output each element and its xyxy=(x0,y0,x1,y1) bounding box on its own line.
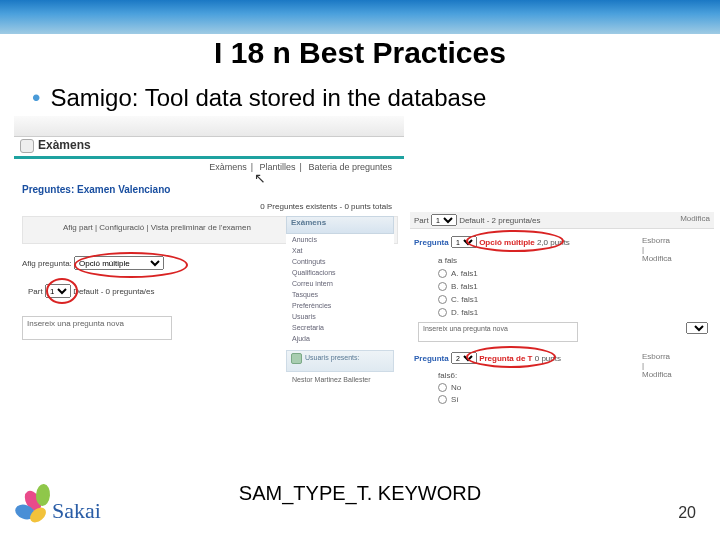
bullet-text: Samigo: Tool data stored in the database xyxy=(50,84,486,111)
part-header-bar: Part 1 Default - 2 pregunta/es Modifica xyxy=(410,212,714,229)
radio-icon xyxy=(438,282,447,291)
users-present-bar: Usuaris presents: xyxy=(286,350,394,372)
question-2-actions[interactable]: Esborra | Modifica xyxy=(642,352,672,379)
answer-option[interactable]: D. fals1 xyxy=(438,307,517,319)
radio-icon xyxy=(438,395,447,404)
bullet-dot: • xyxy=(32,84,40,111)
top-gradient-bar xyxy=(0,0,720,34)
answers-header: a fals xyxy=(438,255,517,267)
highlight-oval-3 xyxy=(466,230,564,252)
insert-question-box[interactable]: Insereix una pregunta nova xyxy=(22,316,172,340)
part-select-r[interactable]: 1 xyxy=(431,214,457,226)
radio-icon xyxy=(438,295,447,304)
menu-item[interactable]: Anuncis xyxy=(286,234,394,245)
slide-title: I 18 n Best Practices xyxy=(0,36,720,70)
page-number: 20 xyxy=(678,504,696,522)
menu-item[interactable]: Correu intern xyxy=(286,278,394,289)
radio-icon xyxy=(438,269,447,278)
menu-item[interactable]: Preferències xyxy=(286,300,394,311)
menu-item[interactable]: Usuaris xyxy=(286,311,394,322)
question-label: Pregunta xyxy=(414,238,449,247)
part-suffix-r: Default - 2 pregunta/es xyxy=(459,216,540,225)
modify-link[interactable]: Modifica xyxy=(680,214,710,223)
highlight-oval-4 xyxy=(466,346,556,368)
tab-templates[interactable]: Plantilles xyxy=(260,162,296,172)
sakai-logo: Sakai xyxy=(18,480,128,530)
tool-icon xyxy=(20,139,34,153)
tab-row: Exàmens| Plantilles| Bateria de pregunte… xyxy=(205,162,396,172)
slide: I 18 n Best Practices •Samigo: Tool data… xyxy=(0,0,720,540)
question-2-body: fals6: No Sí xyxy=(438,370,461,406)
highlight-oval-1 xyxy=(74,252,188,278)
menu-item[interactable]: Qualificacions xyxy=(286,267,394,278)
page-title: Preguntes: Examen Valenciano xyxy=(22,184,170,195)
part-suffix: Default - 0 pregunta/es xyxy=(73,287,154,296)
menu-item[interactable]: Xat xyxy=(286,245,394,256)
users-icon xyxy=(291,353,302,364)
action-links[interactable]: Afig part | Configuració | Vista prelimi… xyxy=(63,223,251,232)
radio-icon xyxy=(438,308,447,317)
insert-question-box-r[interactable]: Insereix una pregunta nova xyxy=(418,322,578,342)
answer-option[interactable]: B. fals1 xyxy=(438,281,517,293)
browser-toolbar xyxy=(14,116,404,137)
question-label: Pregunta xyxy=(414,354,449,363)
part-label-r: Part xyxy=(414,216,429,225)
menu-item[interactable]: Ajuda xyxy=(286,333,394,344)
part-label: Part xyxy=(28,287,43,296)
screenshot-area: Exàmens ↖ Exàmens| Plantilles| Bateria d… xyxy=(14,116,704,436)
q2-text-label: fals6: xyxy=(438,370,461,382)
question-1-actions[interactable]: Esborra | Modifica xyxy=(642,236,672,263)
users-present-label: Usuaris presents: xyxy=(305,354,359,361)
bullet-line: •Samigo: Tool data stored in the databas… xyxy=(32,84,700,112)
questions-summary: 0 Preguntes existents - 0 punts totals xyxy=(260,202,392,211)
answer-option[interactable]: C. fals1 xyxy=(438,294,517,306)
menu-item[interactable]: Tasques xyxy=(286,289,394,300)
q2-option[interactable]: No xyxy=(438,382,461,394)
tool-title-text: Exàmens xyxy=(38,138,91,152)
present-user-name: Nestor Martinez Ballester xyxy=(286,372,394,387)
menu-item[interactable]: Continguts xyxy=(286,256,394,267)
logo-text: Sakai xyxy=(52,498,101,524)
part-header: Part 1 Default - 2 pregunta/es xyxy=(414,214,541,226)
right-screenshot: Part 1 Default - 2 pregunta/es Modifica … xyxy=(410,212,714,442)
add-question-label: Afig pregunta: xyxy=(22,259,72,268)
mouse-cursor-icon: ↖ xyxy=(254,170,266,186)
teal-divider xyxy=(14,156,404,159)
insert-question-dropdown[interactable] xyxy=(686,322,708,334)
radio-icon xyxy=(438,383,447,392)
tab-question-bank[interactable]: Bateria de preguntes xyxy=(308,162,392,172)
tab-exams[interactable]: Exàmens xyxy=(209,162,247,172)
menu-item[interactable]: Secretaria xyxy=(286,322,394,333)
menu-header: Exàmens xyxy=(286,216,394,234)
q2-option[interactable]: Sí xyxy=(438,394,461,406)
tool-header: Exàmens xyxy=(20,138,91,153)
logo-petal xyxy=(35,483,51,506)
highlight-oval-2 xyxy=(46,278,78,304)
answer-option[interactable]: A. fals1 xyxy=(438,268,517,280)
middle-menu-column: Exàmens Anuncis Xat Continguts Qualifica… xyxy=(286,216,394,426)
